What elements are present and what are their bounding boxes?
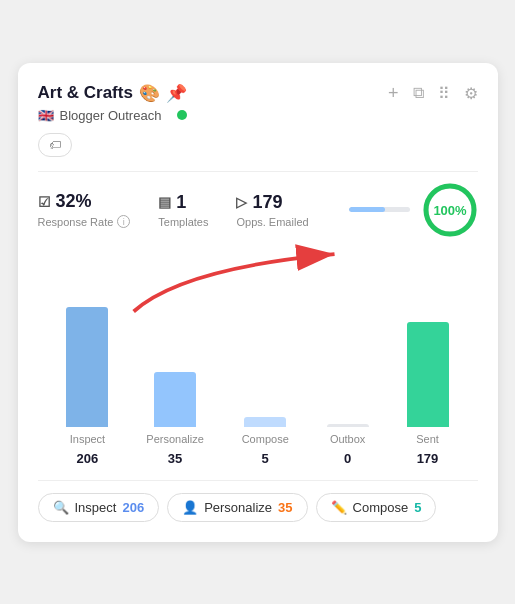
bar-chart: Inspect206Personalize35Compose5Outbox0Se… (38, 326, 478, 466)
bar-personalize (154, 372, 196, 427)
bar-group-inspect: Inspect206 (66, 307, 108, 466)
main-card: Art & Crafts 🎨 📌 🇬🇧 Blogger Outreach + ⧉… (18, 63, 498, 542)
bar-group-personalize: Personalize35 (146, 372, 203, 466)
bar-label-outbox: Outbox (330, 433, 365, 445)
stat-response-rate: ☑ 32% Response Rate i (38, 191, 131, 228)
circle-svg: 100% (422, 182, 478, 238)
template-icon: ▤ (158, 194, 171, 210)
response-rate-label: Response Rate i (38, 215, 131, 228)
tab-count-compose: 5 (414, 500, 421, 515)
checkmark-icon: ☑ (38, 194, 51, 210)
tab-inspect[interactable]: 🔍Inspect 206 (38, 493, 160, 522)
tab-personalize[interactable]: 👤Personalize 35 (167, 493, 307, 522)
bar-group-outbox: Outbox0 (327, 424, 369, 466)
bar-sent (407, 322, 449, 427)
card-title: Art & Crafts 🎨 📌 (38, 83, 187, 104)
bar-outbox (327, 424, 369, 427)
grid-icon[interactable]: ⠿ (438, 84, 450, 103)
tab-icon-personalize: 👤 (182, 500, 198, 515)
add-icon[interactable]: + (388, 83, 399, 104)
opps-label: Opps. Emailed (236, 216, 308, 228)
tag-row: 🏷 (38, 133, 478, 157)
flag-icon: 🇬🇧 (38, 108, 54, 123)
opps-value: ▷ 179 (236, 192, 308, 213)
bar-value-compose: 5 (262, 451, 269, 466)
bar-group-compose: Compose5 (242, 417, 289, 466)
tab-icon-compose: ✏️ (331, 500, 347, 515)
stat-templates: ▤ 1 Templates (158, 192, 208, 228)
tab-icon-inspect: 🔍 (53, 500, 69, 515)
bar-label-personalize: Personalize (146, 433, 203, 445)
tab-count-personalize: 35 (278, 500, 292, 515)
title-text: Art & Crafts (38, 83, 133, 103)
tab-label-compose: Compose (353, 500, 409, 515)
bottom-tabs: 🔍Inspect 206👤Personalize 35✏️Compose 5 (38, 493, 478, 522)
bar-inspect (66, 307, 108, 427)
tag-button[interactable]: 🏷 (38, 133, 72, 157)
line-bar-fill (349, 207, 386, 212)
bar-value-inspect: 206 (77, 451, 99, 466)
circle-percent-text: 100% (433, 203, 467, 218)
bar-group-sent: Sent179 (407, 322, 449, 466)
divider-top (38, 171, 478, 172)
copy-icon[interactable]: ⧉ (413, 84, 424, 102)
status-dot (177, 110, 187, 120)
response-rate-value: ☑ 32% (38, 191, 131, 212)
bar-value-personalize: 35 (168, 451, 182, 466)
progress-circle: 100% (422, 182, 478, 238)
bar-value-sent: 179 (417, 451, 439, 466)
templates-value: ▤ 1 (158, 192, 208, 213)
tab-label-personalize: Personalize (204, 500, 272, 515)
bar-label-inspect: Inspect (70, 433, 105, 445)
tab-compose[interactable]: ✏️Compose 5 (316, 493, 437, 522)
subtitle-text: Blogger Outreach (60, 108, 162, 123)
bar-compose (244, 417, 286, 427)
info-icon[interactable]: i (117, 215, 130, 228)
settings-icon[interactable]: ⚙ (464, 84, 478, 103)
palette-emoji: 🎨 (139, 83, 160, 104)
bar-label-compose: Compose (242, 433, 289, 445)
tab-label-inspect: Inspect (75, 500, 117, 515)
bar-label-sent: Sent (416, 433, 439, 445)
arrow-annotation (38, 238, 478, 318)
templates-label: Templates (158, 216, 208, 228)
subtitle-row: 🇬🇧 Blogger Outreach (38, 108, 187, 123)
title-area: Art & Crafts 🎨 📌 🇬🇧 Blogger Outreach (38, 83, 187, 123)
header-actions: + ⧉ ⠿ ⚙ (388, 83, 478, 104)
pin-emoji: 📌 (166, 83, 187, 104)
arrow-svg (38, 238, 478, 318)
line-progress (349, 207, 410, 212)
line-bar-background (349, 207, 410, 212)
card-header: Art & Crafts 🎨 📌 🇬🇧 Blogger Outreach + ⧉… (38, 83, 478, 123)
chart-divider (38, 480, 478, 481)
tag-icon: 🏷 (49, 138, 61, 152)
stats-row: ☑ 32% Response Rate i ▤ 1 Templates ▷ 17… (38, 182, 478, 238)
stat-opps-emailed: ▷ 179 Opps. Emailed (236, 192, 308, 228)
tab-count-inspect: 206 (122, 500, 144, 515)
bar-value-outbox: 0 (344, 451, 351, 466)
send-icon: ▷ (236, 194, 247, 210)
